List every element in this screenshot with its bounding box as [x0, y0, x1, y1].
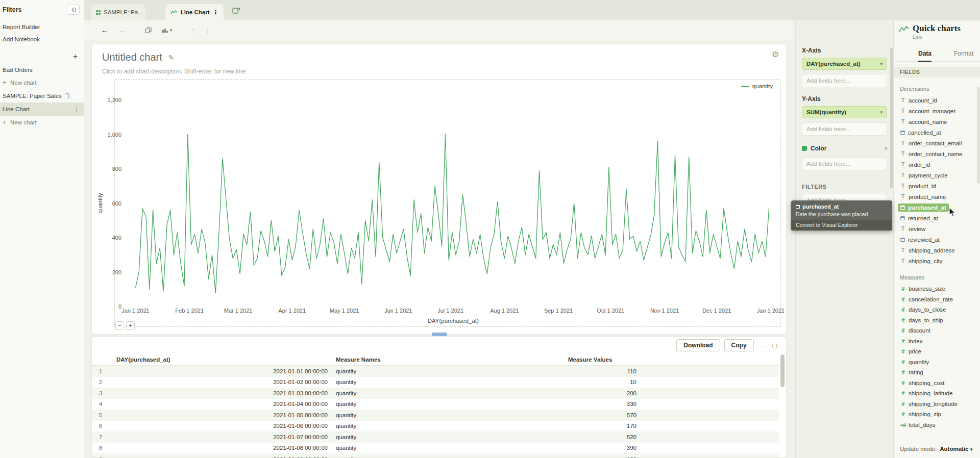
color-dropzone[interactable]: Add fields here...	[802, 157, 887, 170]
measure-quantity[interactable]: #quantity	[894, 357, 980, 368]
dimension-product_id[interactable]: Tproduct_id	[894, 181, 980, 191]
dimension-account_name[interactable]: Taccount_name	[894, 116, 980, 127]
minimize-table-button[interactable]: —	[758, 341, 767, 349]
forward-button[interactable]: →	[118, 26, 126, 34]
tab-format[interactable]: Format	[954, 47, 973, 61]
collapse-sidebar-button[interactable]	[67, 5, 80, 15]
sidebar-add-button[interactable]: +	[73, 53, 78, 61]
download-button[interactable]: Download	[676, 339, 720, 351]
measure-shipping_longitude[interactable]: #shipping_longitude	[894, 399, 980, 410]
column-header-day-purchased-at[interactable]: DAY(purchased_at)	[112, 357, 332, 363]
table-row[interactable]: 82021-01-08 00:00:00quantity390	[92, 443, 779, 454]
measure-total_days[interactable]: =#total_days	[894, 420, 980, 430]
measure-shipping_zip[interactable]: #shipping_zip	[894, 409, 980, 420]
measure-discount[interactable]: #discount	[894, 325, 980, 336]
dimension-account_manager[interactable]: Taccount_manager	[894, 106, 980, 116]
open-new-tab-button[interactable]	[232, 7, 241, 16]
svg-text:Aug 1 2021: Aug 1 2021	[490, 308, 519, 314]
back-button[interactable]: ←	[101, 26, 108, 34]
table-row[interactable]: 12021-01-01 00:00:00quantity110	[92, 366, 779, 377]
sort-descending-button[interactable]: ↓	[206, 26, 209, 34]
x-axis-dropzone[interactable]: Add fields here...	[802, 74, 887, 87]
tab-line-chart[interactable]: Line Chart ⋮	[165, 4, 224, 20]
tab-sample-paper-sales[interactable]: SAMPLE: Pa...	[91, 4, 145, 20]
dimension-review[interactable]: Treview	[894, 223, 980, 234]
measure-cancellation_rate[interactable]: #cancellation_rate	[894, 294, 980, 305]
y-axis-dropzone[interactable]: Add fields here...	[802, 122, 887, 136]
edit-title-icon[interactable]: ✎	[168, 54, 175, 62]
measure-rating[interactable]: #rating	[894, 367, 980, 378]
scrollbar-thumb[interactable]	[780, 354, 785, 387]
calendar-icon	[900, 216, 905, 220]
color-section-header[interactable]: Color ▾	[802, 144, 887, 153]
measure-business_size[interactable]: #business_size	[894, 284, 980, 294]
dimension-order_contact_name[interactable]: Torder_contact_name	[894, 148, 980, 159]
kebab-menu-icon[interactable]: ⋮	[74, 106, 80, 113]
sidebar-item-new-chart-2[interactable]: + New chart	[0, 116, 84, 129]
table-row[interactable]: 42021-01-04 00:00:00quantity330	[92, 399, 779, 410]
x-axis-field-pill[interactable]: DAY(purchased_at) ▾	[802, 58, 887, 70]
table-row[interactable]: 52021-01-05 00:00:00quantity570	[92, 410, 779, 421]
duplicate-button[interactable]	[145, 27, 152, 33]
dimension-returned_at[interactable]: returned_at	[894, 213, 980, 223]
svg-text:600: 600	[112, 200, 121, 207]
sidebar-item-add-notebook[interactable]: Add Notebook	[0, 33, 84, 45]
sidebar-item-line-chart[interactable]: Line Chart ⋮	[0, 103, 84, 116]
dimension-cancelled_at[interactable]: cancelled_at	[894, 127, 980, 138]
chart-type-dropdown[interactable]: ▾	[162, 28, 173, 33]
sort-ascending-button[interactable]: ↑	[192, 26, 195, 34]
quick-charts-title: Quick charts	[913, 23, 961, 34]
tab-kebab-icon[interactable]: ⋮	[213, 9, 219, 16]
dimension-reviewed_at[interactable]: reviewed_at	[894, 234, 980, 245]
measure-days_to_close[interactable]: #days_to_close	[894, 304, 980, 315]
sidebar-item-new-chart[interactable]: + New chart	[0, 76, 84, 89]
table-row[interactable]: 32021-01-03 00:00:00quantity200	[92, 388, 779, 399]
dimension-purchased_at[interactable]: purchased_at	[894, 202, 980, 213]
table-row[interactable]: 22021-01-02 00:00:00quantity10	[92, 377, 779, 388]
chart-title[interactable]: Untitled chart	[102, 52, 162, 63]
svg-text:Nov 1 2021: Nov 1 2021	[650, 308, 679, 314]
measure-days_to_ship[interactable]: #days_to_ship	[894, 315, 980, 326]
field-pill: #days_to_close	[898, 306, 949, 314]
dimension-account_id[interactable]: Taccount_id	[894, 95, 980, 106]
dimension-shipping_address[interactable]: Tshipping_address	[894, 245, 980, 256]
table-row[interactable]: 92021-01-09 00:00:00quantity100	[92, 453, 779, 458]
table-scrollbar[interactable]	[780, 354, 785, 451]
column-header-measure-values[interactable]: Measure Values	[564, 357, 641, 363]
table-row[interactable]: 62021-01-06 00:00:00quantity170	[92, 421, 779, 432]
chart-description-placeholder[interactable]: Click to add chart description. Shift-en…	[102, 68, 247, 75]
table-row[interactable]: 72021-01-07 00:00:00quantity520	[92, 431, 779, 443]
column-header-measure-names[interactable]: Measure Names	[332, 357, 564, 363]
measure-price[interactable]: #price	[894, 346, 980, 357]
sidebar-item-sample-paper-sales[interactable]: SAMPLE: Paper Sales 🧻	[0, 89, 84, 103]
copy-button[interactable]: Copy	[724, 339, 754, 351]
dimension-order_contact_email[interactable]: Torder_contact_email	[894, 138, 980, 148]
fields-scrollbar[interactable]	[977, 87, 979, 184]
panel-resize-handle[interactable]	[432, 333, 447, 336]
field-label: purchased_at	[908, 205, 946, 211]
update-mode-dropdown[interactable]: Automatic ▾	[940, 446, 972, 452]
field-pill: #cancellation_rate	[898, 295, 955, 303]
measure-index[interactable]: #index	[894, 336, 980, 347]
zoom-in-button[interactable]: +	[126, 321, 135, 330]
sidebar-item-report-builder[interactable]: Report Builder	[0, 21, 84, 33]
text-type-icon: T	[900, 258, 905, 264]
config-scrollbar[interactable]	[890, 48, 893, 188]
field-label: account_manager	[909, 108, 955, 114]
dimension-order_id[interactable]: Torder_id	[894, 159, 980, 170]
measure-shipping_cost[interactable]: #shipping_cost	[894, 378, 980, 389]
dimension-product_name[interactable]: Tproduct_name	[894, 191, 980, 202]
dimension-shipping_city[interactable]: Tshipping_city	[894, 256, 980, 266]
line-chart-plot[interactable]: 02004006008001,0001,200Jan 1 2021Feb 1 2…	[95, 77, 784, 328]
table-cell: 330	[564, 401, 641, 407]
expand-table-button[interactable]: ▢	[771, 341, 779, 350]
zoom-out-button[interactable]: −	[115, 321, 124, 330]
tab-data[interactable]: Data	[918, 47, 932, 62]
dimension-payment_cycle[interactable]: Tpayment_cycle	[894, 170, 980, 181]
tooltip-field-name: purchased_at	[802, 203, 839, 210]
sidebar-item-bad-orders[interactable]: Bad Orders	[0, 64, 84, 76]
chart-settings-gear-icon[interactable]: ⚙	[772, 49, 779, 59]
field-pill: #rating	[898, 368, 926, 376]
y-axis-field-pill[interactable]: SUM(quantity) ▾	[802, 106, 887, 118]
measure-shipping_latitude[interactable]: #shipping_latitude	[894, 388, 980, 399]
